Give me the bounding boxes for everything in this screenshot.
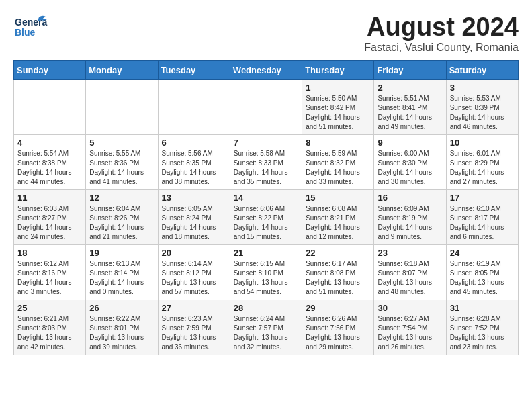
day-number: 25 — [17, 303, 82, 313]
calendar-cell: 27Sunrise: 6:23 AM Sunset: 7:59 PM Dayli… — [158, 300, 230, 355]
day-info: Sunrise: 6:06 AM Sunset: 8:22 PM Dayligh… — [234, 204, 298, 242]
day-info: Sunrise: 6:24 AM Sunset: 7:57 PM Dayligh… — [234, 314, 298, 352]
day-info: Sunrise: 6:21 AM Sunset: 8:03 PM Dayligh… — [17, 314, 82, 352]
day-number: 10 — [450, 138, 515, 148]
calendar-table: SundayMondayTuesdayWednesdayThursdayFrid… — [13, 60, 519, 355]
day-info: Sunrise: 5:58 AM Sunset: 8:33 PM Dayligh… — [234, 149, 298, 187]
calendar-cell: 9Sunrise: 6:00 AM Sunset: 8:30 PM Daylig… — [374, 134, 446, 189]
day-info: Sunrise: 6:28 AM Sunset: 7:52 PM Dayligh… — [450, 314, 515, 352]
day-info: Sunrise: 6:10 AM Sunset: 8:17 PM Dayligh… — [450, 204, 515, 242]
day-header-monday: Monday — [86, 60, 158, 79]
day-header-sunday: Sunday — [14, 60, 86, 79]
calendar-cell: 8Sunrise: 5:59 AM Sunset: 8:32 PM Daylig… — [302, 134, 374, 189]
day-number: 22 — [306, 248, 370, 258]
calendar-cell: 6Sunrise: 5:56 AM Sunset: 8:35 PM Daylig… — [158, 134, 230, 189]
calendar-cell: 7Sunrise: 5:58 AM Sunset: 8:33 PM Daylig… — [230, 134, 302, 189]
day-info: Sunrise: 6:05 AM Sunset: 8:24 PM Dayligh… — [162, 204, 226, 242]
calendar-cell: 18Sunrise: 6:12 AM Sunset: 8:16 PM Dayli… — [14, 244, 86, 300]
svg-text:Blue: Blue — [15, 27, 36, 38]
day-info: Sunrise: 5:56 AM Sunset: 8:35 PM Dayligh… — [162, 149, 226, 187]
week-row-2: 4Sunrise: 5:54 AM Sunset: 8:38 PM Daylig… — [14, 134, 519, 189]
location-subtitle: Fastaci, Vaslui County, Romania — [364, 42, 519, 54]
day-number: 15 — [306, 193, 370, 203]
day-number: 5 — [89, 138, 154, 148]
day-info: Sunrise: 6:01 AM Sunset: 8:29 PM Dayligh… — [450, 149, 515, 187]
day-info: Sunrise: 6:17 AM Sunset: 8:08 PM Dayligh… — [306, 259, 370, 297]
calendar-cell: 25Sunrise: 6:21 AM Sunset: 8:03 PM Dayli… — [14, 300, 86, 355]
calendar-cell — [230, 79, 302, 134]
day-info: Sunrise: 6:18 AM Sunset: 8:07 PM Dayligh… — [378, 259, 442, 297]
title-block: August 2024 Fastaci, Vaslui County, Roma… — [364, 13, 519, 54]
day-header-tuesday: Tuesday — [158, 60, 230, 79]
calendar-cell: 17Sunrise: 6:10 AM Sunset: 8:17 PM Dayli… — [446, 189, 518, 244]
day-number: 1 — [306, 83, 370, 93]
calendar-cell: 29Sunrise: 6:26 AM Sunset: 7:56 PM Dayli… — [302, 300, 374, 355]
calendar-cell: 24Sunrise: 6:19 AM Sunset: 8:05 PM Dayli… — [446, 244, 518, 300]
header: General Blue August 2024 Fastaci, Vaslui… — [13, 13, 519, 54]
calendar-cell: 20Sunrise: 6:14 AM Sunset: 8:12 PM Dayli… — [158, 244, 230, 300]
day-info: Sunrise: 6:08 AM Sunset: 8:21 PM Dayligh… — [306, 204, 370, 242]
day-header-thursday: Thursday — [302, 60, 374, 79]
calendar-cell: 1Sunrise: 5:50 AM Sunset: 8:42 PM Daylig… — [302, 79, 374, 134]
calendar-cell: 13Sunrise: 6:05 AM Sunset: 8:24 PM Dayli… — [158, 189, 230, 244]
calendar-cell — [86, 79, 158, 134]
day-info: Sunrise: 6:03 AM Sunset: 8:27 PM Dayligh… — [17, 204, 82, 242]
day-number: 24 — [450, 248, 515, 258]
day-number: 17 — [450, 193, 515, 203]
day-number: 6 — [162, 138, 226, 148]
day-number: 14 — [234, 193, 298, 203]
day-number: 9 — [378, 138, 442, 148]
day-info: Sunrise: 6:04 AM Sunset: 8:26 PM Dayligh… — [89, 204, 154, 242]
day-number: 7 — [234, 138, 298, 148]
day-header-friday: Friday — [374, 60, 446, 79]
day-number: 19 — [89, 248, 154, 258]
day-info: Sunrise: 6:00 AM Sunset: 8:30 PM Dayligh… — [378, 149, 442, 187]
day-info: Sunrise: 6:14 AM Sunset: 8:12 PM Dayligh… — [162, 259, 226, 297]
calendar-cell: 30Sunrise: 6:27 AM Sunset: 7:54 PM Dayli… — [374, 300, 446, 355]
days-header-row: SundayMondayTuesdayWednesdayThursdayFrid… — [14, 60, 519, 79]
day-number: 23 — [378, 248, 442, 258]
week-row-3: 11Sunrise: 6:03 AM Sunset: 8:27 PM Dayli… — [14, 189, 519, 244]
day-info: Sunrise: 6:12 AM Sunset: 8:16 PM Dayligh… — [17, 259, 82, 297]
day-info: Sunrise: 6:15 AM Sunset: 8:10 PM Dayligh… — [234, 259, 298, 297]
week-row-4: 18Sunrise: 6:12 AM Sunset: 8:16 PM Dayli… — [14, 244, 519, 300]
day-header-wednesday: Wednesday — [230, 60, 302, 79]
calendar-cell: 19Sunrise: 6:13 AM Sunset: 8:14 PM Dayli… — [86, 244, 158, 300]
day-number: 18 — [17, 248, 82, 258]
day-number: 21 — [234, 248, 298, 258]
day-info: Sunrise: 6:22 AM Sunset: 8:01 PM Dayligh… — [89, 314, 154, 352]
calendar-cell: 2Sunrise: 5:51 AM Sunset: 8:41 PM Daylig… — [374, 79, 446, 134]
calendar-cell: 10Sunrise: 6:01 AM Sunset: 8:29 PM Dayli… — [446, 134, 518, 189]
calendar-cell: 31Sunrise: 6:28 AM Sunset: 7:52 PM Dayli… — [446, 300, 518, 355]
day-info: Sunrise: 5:50 AM Sunset: 8:42 PM Dayligh… — [306, 94, 370, 132]
day-number: 11 — [17, 193, 82, 203]
day-info: Sunrise: 6:19 AM Sunset: 8:05 PM Dayligh… — [450, 259, 515, 297]
calendar-cell: 15Sunrise: 6:08 AM Sunset: 8:21 PM Dayli… — [302, 189, 374, 244]
calendar-cell: 12Sunrise: 6:04 AM Sunset: 8:26 PM Dayli… — [86, 189, 158, 244]
day-number: 8 — [306, 138, 370, 148]
calendar-cell: 3Sunrise: 5:53 AM Sunset: 8:39 PM Daylig… — [446, 79, 518, 134]
day-info: Sunrise: 5:53 AM Sunset: 8:39 PM Dayligh… — [450, 94, 515, 132]
week-row-5: 25Sunrise: 6:21 AM Sunset: 8:03 PM Dayli… — [14, 300, 519, 355]
calendar-cell: 21Sunrise: 6:15 AM Sunset: 8:10 PM Dayli… — [230, 244, 302, 300]
month-year-title: August 2024 — [364, 13, 519, 42]
day-number: 13 — [162, 193, 226, 203]
day-info: Sunrise: 6:26 AM Sunset: 7:56 PM Dayligh… — [306, 314, 370, 352]
logo: General Blue — [13, 13, 48, 43]
calendar-cell: 26Sunrise: 6:22 AM Sunset: 8:01 PM Dayli… — [86, 300, 158, 355]
calendar-cell — [14, 79, 86, 134]
day-header-saturday: Saturday — [446, 60, 518, 79]
day-number: 16 — [378, 193, 442, 203]
day-number: 29 — [306, 303, 370, 313]
day-info: Sunrise: 6:27 AM Sunset: 7:54 PM Dayligh… — [378, 314, 442, 352]
day-number: 31 — [450, 303, 515, 313]
calendar-cell — [158, 79, 230, 134]
calendar-cell: 16Sunrise: 6:09 AM Sunset: 8:19 PM Dayli… — [374, 189, 446, 244]
day-info: Sunrise: 5:59 AM Sunset: 8:32 PM Dayligh… — [306, 149, 370, 187]
week-row-1: 1Sunrise: 5:50 AM Sunset: 8:42 PM Daylig… — [14, 79, 519, 134]
calendar-cell: 11Sunrise: 6:03 AM Sunset: 8:27 PM Dayli… — [14, 189, 86, 244]
day-number: 26 — [89, 303, 154, 313]
day-number: 20 — [162, 248, 226, 258]
calendar-cell: 4Sunrise: 5:54 AM Sunset: 8:38 PM Daylig… — [14, 134, 86, 189]
day-info: Sunrise: 6:09 AM Sunset: 8:19 PM Dayligh… — [378, 204, 442, 242]
